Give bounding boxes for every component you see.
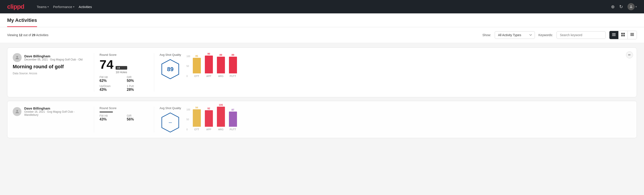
bar-chart: 100 50 0 85 OTT 90 APP (186, 55, 631, 78)
add-icon[interactable]: ⊕ (611, 4, 615, 9)
round-score-label-2: Round Score (100, 106, 148, 110)
bar-putt: 89 PUTT (229, 54, 237, 78)
keywords-label: Keywords: (538, 33, 553, 37)
bar-arg-fill-2 (217, 107, 225, 127)
bar-putt-2: 87 PUTT (229, 108, 237, 131)
svg-rect-6 (621, 35, 623, 36)
viewing-total: 29 (32, 33, 36, 37)
bar-app: 90 APP (205, 52, 213, 78)
avg-shot-quality-label-2: Avg Shot Quality (160, 106, 181, 110)
logo[interactable]: clippd (7, 3, 24, 10)
svg-rect-9 (630, 34, 634, 35)
page-title: My Activities (7, 14, 37, 27)
nav-activities[interactable]: Activities (77, 4, 94, 10)
card-divider-4 (154, 106, 154, 132)
header-right: ⊕ ↻ ▾ (611, 3, 637, 10)
shot-quality-left-2: Avg Shot Quality — (160, 106, 181, 132)
big-score: 74 (100, 58, 113, 71)
nav: Teams ▾ Performance ▾ Activities (35, 4, 94, 10)
avg-shot-quality-label: Avg Shot Quality (160, 53, 181, 56)
hexagon-container: 89 (160, 59, 181, 79)
bar-ott: 85 OTT (193, 55, 201, 78)
stat-fw-hit-2: FW Hit 43% (100, 114, 122, 121)
activity-type-select[interactable]: All Activity Types (495, 31, 535, 39)
stat-gir-2: GIR 56% (127, 114, 148, 121)
activities-content: ✏ Dave Billingham December 05, 2021 · Go… (0, 43, 644, 142)
bar-ott-fill-2 (193, 109, 201, 127)
svg-point-13 (16, 110, 18, 111)
activity-card-2: Dave Billingham October 16, 2021 · Gog M… (7, 101, 637, 138)
shot-quality-left: Avg Shot Quality 89 (160, 53, 181, 79)
avatar (628, 3, 635, 10)
bar-arg-fill (217, 57, 225, 74)
filters-bar: Viewing 12 out of 29 Activities Show: Al… (0, 27, 644, 43)
user-name-2: Dave Billingham (24, 106, 88, 110)
hexagon-score: 89 (167, 66, 174, 73)
stats-section: Round Score 74 +4 18 Holes FW Hit 62% GI… (100, 53, 148, 92)
bar-app-2: 92 APP (205, 107, 213, 131)
svg-rect-5 (623, 33, 625, 34)
score-line (100, 112, 113, 112)
y-axis: 100 50 0 (186, 55, 190, 78)
stat-fw-hit: FW Hit 62% (100, 76, 122, 83)
user-name: Dave Billingham (24, 54, 82, 58)
chevron-down-icon: ▾ (636, 5, 637, 8)
score-meta: +4 18 Holes (116, 66, 127, 74)
viewing-count: 12 (19, 33, 22, 37)
user-meta: December 05, 2021 · Gog Magog Golf Club … (24, 58, 82, 61)
svg-point-0 (630, 5, 632, 7)
bar-app-fill-2 (205, 110, 213, 127)
avatar-2 (13, 107, 22, 116)
performance-chevron-icon: ▾ (73, 6, 74, 8)
grid-view-button[interactable] (618, 31, 628, 39)
chart-bars-2: 100 50 0 94 OTT 92 APP 1 (186, 108, 631, 131)
user-menu[interactable]: ▾ (628, 3, 637, 10)
user-row-2: Dave Billingham October 16, 2021 · Gog M… (13, 106, 88, 116)
nav-teams[interactable]: Teams ▾ (35, 4, 50, 10)
hexagon-score-2: — (169, 121, 172, 124)
round-score-label: Round Score (100, 53, 148, 56)
search-input[interactable] (556, 31, 606, 39)
bar-ott-2: 94 OTT (193, 106, 201, 131)
user-info-2: Dave Billingham October 16, 2021 · Gog M… (24, 106, 88, 116)
bar-arg-2: 106 ARG (217, 104, 225, 131)
svg-rect-8 (630, 33, 634, 34)
card-divider-2 (154, 53, 154, 92)
stat-gir: GIR 50% (127, 76, 148, 83)
card-left-2: Dave Billingham October 16, 2021 · Gog M… (13, 106, 88, 118)
avatar (13, 53, 22, 62)
user-row: Dave Billingham December 05, 2021 · Gog … (13, 53, 88, 62)
score-line-container (100, 112, 148, 112)
card-divider (94, 53, 94, 92)
stat-1-putt: 1 Putt 28% (127, 84, 148, 92)
score-badge: +4 (116, 66, 127, 70)
chart-bars: 100 50 0 85 OTT 90 APP (186, 55, 631, 78)
svg-rect-2 (612, 34, 616, 35)
user-info: Dave Billingham December 05, 2021 · Gog … (24, 54, 82, 61)
view-toggle (609, 31, 637, 39)
activity-title: Morning round of golf (13, 64, 88, 70)
stats-section-2: Round Score FW Hit 43% GIR 56% (100, 106, 148, 121)
bar-arg: 89 ARG (217, 54, 225, 78)
refresh-icon[interactable]: ↻ (619, 4, 623, 9)
y-axis-2: 100 50 0 (186, 108, 190, 131)
svg-rect-10 (630, 35, 634, 36)
card-divider-3 (94, 106, 94, 132)
card-left: Dave Billingham December 05, 2021 · Gog … (13, 53, 88, 75)
nav-performance[interactable]: Performance ▾ (51, 4, 76, 10)
bar-putt-fill-2 (229, 112, 237, 127)
hexagon-container-2: — (160, 112, 181, 132)
list-compact-view-button[interactable] (610, 31, 618, 39)
bar-chart-2: 100 50 0 94 OTT 92 APP 1 (186, 108, 631, 131)
header: clippd Teams ▾ Performance ▾ Activities … (0, 0, 644, 14)
svg-point-11 (16, 56, 18, 58)
svg-rect-3 (612, 36, 616, 36)
list-full-view-button[interactable] (628, 31, 637, 39)
stat-up-down: Up/Down 43% (100, 84, 122, 92)
svg-rect-7 (623, 35, 625, 36)
viewing-text: Viewing 12 out of 29 Activities (7, 33, 479, 37)
user-meta-2: October 16, 2021 · Gog Magog Golf Club -… (24, 110, 88, 116)
teams-chevron-icon: ▾ (48, 6, 49, 8)
holes-text: 18 Holes (116, 70, 127, 74)
svg-rect-4 (621, 33, 623, 34)
